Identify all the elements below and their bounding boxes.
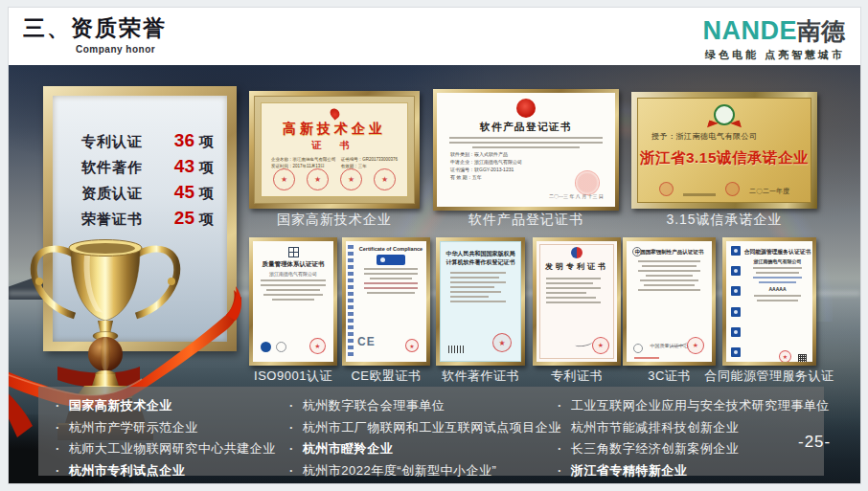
- seal-icon: ★: [307, 168, 329, 190]
- bullet-icon: ·: [289, 420, 294, 435]
- certificate-energy-management: 合同能源管理服务认证证书 浙江南德电气有限公司 AAAAA ★: [722, 237, 816, 366]
- cert-title: 计算机软件著作权登记证书: [441, 258, 520, 267]
- issuer-signature: [683, 193, 716, 196]
- cqc-logo-icon: [633, 344, 643, 353]
- stat-value: 45: [174, 182, 194, 203]
- bullet-icon: ·: [289, 441, 294, 456]
- bullet-icon: ·: [56, 398, 60, 413]
- seal-icon: [575, 170, 600, 195]
- caption-energy: 合同能源管理服务认证: [694, 368, 845, 385]
- cert-title: 合同能源管理服务认证证书: [742, 248, 812, 257]
- seal-icon: [725, 182, 740, 196]
- bullet-icon: ·: [558, 420, 562, 435]
- ce-mark: CE: [357, 335, 376, 348]
- stat-unit: 项: [199, 185, 214, 203]
- bullet-icon: ·: [289, 398, 294, 413]
- stat-row: 专利认证 36 项: [53, 130, 227, 156]
- slide-header: 三、资质荣誉 Company honor NANDE南德 绿色电能 点亮智慧城市: [9, 8, 860, 65]
- honor-item: ·杭州市2022年度“创新型中小企业”: [289, 462, 561, 484]
- seal-icon: ★: [687, 337, 704, 354]
- stat-row: 资质认证 45 项: [53, 182, 227, 208]
- page-number: -25-: [798, 433, 831, 452]
- cert-title: 软件产品登记证书: [437, 121, 615, 134]
- gec-logo-icon: [731, 286, 741, 296]
- honor-item: ·杭师大工业物联网研究中心共建企业: [56, 440, 276, 462]
- cert-grade: AAAAA: [742, 286, 812, 292]
- gec-logo-icon: [731, 327, 741, 337]
- cert-date: 二〇一三 年 八 月 十三 日: [549, 193, 604, 199]
- caption-hitech: 国家高新技术企业: [249, 212, 420, 229]
- seal-icon: ★: [779, 350, 791, 362]
- signature: [575, 340, 593, 347]
- barcode: [448, 346, 464, 353]
- seal-icon: ★: [405, 339, 419, 352]
- certificate-patent: 发明专利证书 ★: [533, 237, 621, 366]
- stat-unit: 项: [199, 133, 214, 151]
- gec-logo-icon: [731, 307, 741, 317]
- red-seals: ★ ★ ★ ★: [262, 168, 407, 190]
- bullet-icon: ·: [558, 441, 562, 456]
- certificate-software-registration: 软件产品登记证书 软件类别：嵌入式软件产品 申请企业：浙江南德电气有限公司 证书…: [433, 89, 619, 211]
- seal-icon: ★: [492, 333, 512, 352]
- stat-value: 43: [174, 156, 194, 177]
- seal-icon: ★: [340, 168, 362, 190]
- honors-column-3: ·工业互联网企业应用与安全技术研究理事单位 ·杭州市节能减排科技创新企业 ·长三…: [558, 397, 830, 483]
- certificate-iso9001: 质量管理体系认证证书 浙江南德电气有限公司 ★: [249, 237, 337, 366]
- flame-icon: [328, 106, 341, 120]
- bullet-icon: ·: [289, 463, 294, 478]
- honor-item: ·长三角数字经济创新案例企业: [558, 440, 830, 462]
- cert-subtitle: 证 书: [262, 139, 407, 152]
- honor-item: ·杭州数字联合会理事单位: [289, 397, 561, 419]
- seal-icon: [659, 182, 674, 196]
- cert-title: Certificate of Compliance: [355, 246, 426, 252]
- iso-emblem-icon: [288, 247, 299, 257]
- certificate-software-copyright: 中华人民共和国国家版权局 计算机软件著作权登记证书 ★: [436, 237, 525, 366]
- stats-list: 专利认证 36 项 软件著作 43 项 资质认证 45 项: [53, 130, 227, 234]
- edition-note: [634, 357, 659, 359]
- certificate-ce: Certificate of Compliance CE ★: [342, 237, 430, 366]
- bullet-icon: ·: [56, 420, 60, 435]
- slide: 三、资质荣誉 Company honor NANDE南德 绿色电能 点亮智慧城市…: [9, 8, 860, 483]
- national-emblem-icon: [516, 99, 536, 118]
- cert-year: 二〇二一年度: [749, 187, 789, 196]
- page-subtitle: Company honor: [76, 44, 155, 55]
- stat-label: 资质认证: [81, 185, 143, 203]
- cnas-logo-icon: [276, 342, 286, 352]
- stat-value: 36: [174, 130, 194, 151]
- seal-icon: ★: [309, 338, 326, 354]
- honor-item: ·杭州市节能减排科技创新企业: [558, 419, 830, 441]
- stat-row: 软件著作 43 项: [53, 156, 227, 182]
- certificate-3c: 中国国家强制性产品认证证书 中国质量认证中心 ★: [623, 237, 716, 366]
- ce-side-text: [348, 245, 354, 358]
- stat-label: 软件著作: [81, 159, 143, 177]
- honor-item: ·工业互联网企业应用与安全技术研究理事单位: [558, 397, 830, 419]
- stat-label: 专利认证: [81, 133, 143, 151]
- certificate-hitech: 高新技术企业 证 书 企业名称：浙江南德电气有限公司发证时间：2017年11月1…: [249, 91, 420, 209]
- gec-logo-icon: [731, 246, 741, 256]
- honor-item: ·杭州市专利试点企业: [56, 462, 276, 484]
- bullet-icon: ·: [558, 398, 562, 413]
- gec-logo-icon: [731, 347, 741, 357]
- honor-item: ·杭州市瞪羚企业: [289, 440, 561, 462]
- bullet-icon: ·: [56, 463, 60, 478]
- caption-315: 3.15诚信承诺企业: [631, 212, 817, 229]
- certificate-315-integrity: 授予：浙江南德电气有限公司 浙江省3.15诚信承诺企业 二〇二一年度: [631, 92, 817, 209]
- award-line: 授予：浙江南德电气有限公司: [651, 131, 811, 142]
- cert-field: 企业名称：浙江南德电气有限公司: [271, 156, 336, 163]
- presentation-stage: 三、资质荣誉 Company honor NANDE南德 绿色电能 点亮智慧城市…: [0, 0, 868, 491]
- caption-software-registration: 软件产品登记证书: [433, 212, 619, 229]
- cert-field: 证书编号：GR201733000376: [341, 156, 398, 163]
- bullet-icon: ·: [56, 441, 60, 456]
- seal-icon: ★: [374, 168, 396, 190]
- honors-column-2: ·杭州数字联合会理事单位 ·杭州市工厂物联网和工业互联网试点项目企业 ·杭州市瞪…: [289, 397, 561, 483]
- cert-company: 浙江南德电气有限公司: [742, 258, 812, 264]
- honors-bar: ·国家高新技术企业 ·杭州市产学研示范企业 ·杭师大工业物联网研究中心共建企业 …: [38, 387, 824, 476]
- cert-title: 发明专利证书: [537, 261, 617, 272]
- honor-item: ·杭州市工厂物联网和工业互联网试点项目企业: [289, 419, 561, 441]
- iaf-logo-icon: [261, 342, 271, 352]
- notified-body-logo: [377, 255, 405, 265]
- honors-column-1: ·国家高新技术企业 ·杭州市产学研示范企业 ·杭师大工业物联网研究中心共建企业 …: [56, 397, 276, 483]
- honor-item: ·杭州市产学研示范企业: [56, 419, 276, 441]
- ccc-logo-icon: [632, 247, 642, 257]
- cert-title: 浙江省3.15诚信承诺企业: [638, 148, 811, 168]
